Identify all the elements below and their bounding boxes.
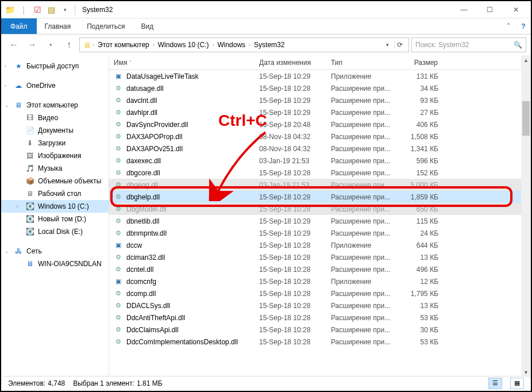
sidebar-item-quick-access[interactable]: › ★ Быстрый доступ bbox=[1, 60, 109, 72]
file-row[interactable]: ⚙dcntel.dll15-Sep-18 10:28Расширение при… bbox=[109, 263, 531, 275]
view-icons-button[interactable]: ▦ bbox=[510, 378, 524, 389]
file-row[interactable]: ⚙dcomp.dll15-Sep-18 10:28Расширение при.… bbox=[109, 287, 531, 299]
file-row[interactable]: ⚙DAX3APOProp.dll08-Nov-18 04:32Расширени… bbox=[109, 130, 531, 143]
title-bar: 📁 | ☑ ▤ ▾ System32 — ☐ ✕ bbox=[1, 1, 531, 18]
file-type: Расширение при... bbox=[326, 145, 398, 153]
file-row[interactable]: ▣dcomcnfg15-Sep-18 10:28Приложение12 КБ bbox=[109, 275, 531, 287]
breadcrumb[interactable]: Этот компьютер bbox=[96, 41, 151, 49]
minimize-button[interactable]: — bbox=[451, 2, 477, 18]
scrollbar-thumb[interactable] bbox=[522, 101, 530, 136]
breadcrumb[interactable]: Windows bbox=[215, 41, 247, 49]
chevron-right-icon[interactable]: › bbox=[249, 42, 250, 48]
sidebar-item[interactable]: 💽Local Disk (E:) bbox=[1, 225, 109, 238]
column-header-size[interactable]: Размер bbox=[398, 55, 450, 70]
nav-up-button[interactable]: ↑ bbox=[61, 37, 77, 52]
file-row[interactable]: ⚙dbgeng.dll03-Jan-19 21:53Расширение при… bbox=[109, 179, 531, 191]
file-type: Расширение при... bbox=[326, 290, 398, 298]
file-type: Расширение при... bbox=[326, 302, 398, 310]
file-row[interactable]: ⚙davhlpr.dll15-Sep-18 10:29Расширение пр… bbox=[109, 106, 531, 118]
nav-back-button[interactable]: ← bbox=[6, 37, 22, 52]
file-row[interactable]: ⚙DavSyncProvider.dll15-Sep-18 20:48Расши… bbox=[109, 118, 531, 130]
chevron-down-icon[interactable]: ⌄ bbox=[5, 102, 9, 108]
sidebar-item-this-pc[interactable]: ⌄ 🖥 Этот компьютер bbox=[1, 99, 109, 112]
file-tab[interactable]: Файл bbox=[1, 18, 37, 34]
file-type: Расширение при... bbox=[326, 181, 398, 189]
file-date: 15-Sep-18 10:28 bbox=[255, 326, 326, 334]
file-date: 15-Sep-18 10:29 bbox=[255, 229, 326, 237]
view-details-button[interactable]: ☰ bbox=[488, 378, 502, 389]
file-type: Расширение при... bbox=[326, 169, 398, 177]
sidebar-item[interactable]: 🎵Музыка bbox=[1, 162, 109, 175]
sidebar-item[interactable]: 💽Новый том (D:) bbox=[1, 213, 109, 225]
search-input[interactable]: Поиск: System32 🔍 bbox=[411, 37, 526, 52]
chevron-down-icon[interactable]: ⌄ bbox=[5, 248, 9, 254]
file-date: 15-Sep-18 10:29 bbox=[255, 217, 326, 225]
file-row[interactable]: ⚙DDACLSys.dll15-Sep-18 10:28Расширение п… bbox=[109, 299, 531, 312]
column-header-name[interactable]: Имя ˄ bbox=[109, 55, 255, 70]
qat-properties-icon[interactable]: ☑ bbox=[31, 3, 44, 16]
help-icon[interactable]: ? bbox=[516, 18, 531, 34]
sidebar-item[interactable]: 📄Документы bbox=[1, 124, 109, 137]
file-row[interactable]: ⚙dbnetlib.dll15-Sep-18 10:29Расширение п… bbox=[109, 215, 531, 227]
file-row[interactable]: ⚙DdcAntiTheftApi.dll15-Sep-18 10:28Расши… bbox=[109, 312, 531, 324]
sidebar-item-onedrive[interactable]: › ☁ OneDrive bbox=[1, 79, 109, 92]
file-size: 496 КБ bbox=[398, 266, 450, 274]
chevron-right-icon[interactable]: › bbox=[5, 83, 6, 89]
sidebar-item[interactable]: 🖥Рабочий стол bbox=[1, 187, 109, 200]
file-row[interactable]: ⚙datusage.dll15-Sep-18 10:28Расширение п… bbox=[109, 82, 531, 94]
file-row[interactable]: ⚙DAX3APOv251.dll08-Nov-18 04:32Расширени… bbox=[109, 143, 531, 155]
chevron-right-icon[interactable]: › bbox=[92, 42, 94, 48]
sidebar-item[interactable]: 🎞Видео bbox=[1, 112, 109, 124]
chevron-right-icon[interactable]: › bbox=[153, 42, 155, 48]
chevron-right-icon[interactable]: › bbox=[5, 63, 6, 69]
close-button[interactable]: ✕ bbox=[503, 2, 529, 18]
file-row[interactable]: ⚙DbgModel.dll15-Sep-18 10:28Расширение п… bbox=[109, 203, 531, 215]
column-header-type[interactable]: Тип bbox=[326, 55, 398, 70]
file-row[interactable]: ⚙DdcComImplementationsDesktop.dll15-Sep-… bbox=[109, 336, 531, 348]
tab-home[interactable]: Главная bbox=[37, 18, 79, 34]
navigation-pane: › ★ Быстрый доступ › ☁ OneDrive ⌄ 🖥 Этот… bbox=[1, 55, 109, 377]
file-row[interactable]: ▣dccw15-Sep-18 10:28Приложение644 КБ bbox=[109, 239, 531, 251]
file-date: 15-Sep-18 10:28 bbox=[255, 266, 326, 274]
sidebar-item-label: Быстрый доступ bbox=[26, 62, 79, 70]
column-header-date[interactable]: Дата изменения bbox=[255, 55, 326, 70]
sidebar-item[interactable]: ›💽Windows 10 (C:) bbox=[1, 200, 109, 213]
file-size: 1,795 КБ bbox=[398, 290, 450, 298]
file-date: 15-Sep-18 10:28 bbox=[255, 338, 326, 346]
file-row[interactable]: ⚙dciman32.dll15-Sep-18 10:28Расширение п… bbox=[109, 251, 531, 263]
file-type: Расширение при... bbox=[326, 338, 398, 346]
file-name: DdcComImplementationsDesktop.dll bbox=[126, 338, 238, 346]
refresh-icon[interactable]: ⟳ bbox=[394, 41, 405, 49]
sidebar-item[interactable]: 🖥WIN-OIA9C5NDLAN bbox=[1, 258, 109, 270]
tab-share[interactable]: Поделиться bbox=[79, 18, 133, 34]
file-row[interactable]: ⚙DdcClaimsApi.dll15-Sep-18 10:28Расширен… bbox=[109, 324, 531, 336]
tab-view[interactable]: Вид bbox=[133, 18, 161, 34]
sidebar-item[interactable]: 🖼Изображения bbox=[1, 149, 109, 162]
qat-dropdown-icon[interactable]: ▾ bbox=[59, 3, 71, 16]
qat-newfolder-icon[interactable]: ▤ bbox=[45, 3, 57, 16]
sidebar-item[interactable]: 📦Объемные объекты bbox=[1, 175, 109, 187]
sidebar-item-network[interactable]: ⌄ 🖧 Сеть bbox=[1, 245, 109, 258]
address-bar[interactable]: 🖥 › Этот компьютер › Windows 10 (C:) › W… bbox=[79, 37, 409, 52]
file-name: dcomp.dll bbox=[126, 290, 156, 298]
file-row[interactable]: ⚙dbgcore.dll15-Sep-18 10:28Расширение пр… bbox=[109, 167, 531, 179]
chevron-right-icon[interactable]: › bbox=[16, 203, 18, 209]
vertical-scrollbar[interactable]: ▲ ▼ bbox=[521, 55, 531, 377]
chevron-right-icon[interactable]: › bbox=[212, 42, 214, 48]
sidebar-item[interactable]: ⬇Загрузки bbox=[1, 137, 109, 149]
nav-recent-button[interactable]: ▾ bbox=[43, 37, 59, 52]
ribbon-collapse-icon[interactable]: ˄ bbox=[501, 18, 516, 34]
file-row[interactable]: ⚙dbnmpntw.dll15-Sep-18 10:29Расширение п… bbox=[109, 227, 531, 239]
nav-forward-button[interactable]: → bbox=[24, 37, 40, 52]
file-row[interactable]: ⚙daxexec.dll03-Jan-19 21:53Расширение пр… bbox=[109, 155, 531, 167]
file-row[interactable]: ▣DataUsageLiveTileTask15-Sep-18 10:29При… bbox=[109, 70, 531, 82]
file-row[interactable]: ⚙davclnt.dll15-Sep-18 10:29Расширение пр… bbox=[109, 94, 531, 106]
breadcrumb[interactable]: System32 bbox=[252, 41, 286, 49]
scroll-up-icon[interactable]: ▲ bbox=[521, 55, 531, 65]
address-folder-icon: 🖥 bbox=[83, 41, 91, 49]
maximize-button[interactable]: ☐ bbox=[477, 2, 503, 18]
file-row[interactable]: ⚙dbghelp.dll15-Sep-18 10:28Расширение пр… bbox=[109, 191, 531, 203]
dll-icon: ⚙ bbox=[114, 205, 123, 214]
breadcrumb[interactable]: Windows 10 (C:) bbox=[156, 41, 211, 49]
address-dropdown-icon[interactable]: ▾ bbox=[384, 42, 391, 48]
